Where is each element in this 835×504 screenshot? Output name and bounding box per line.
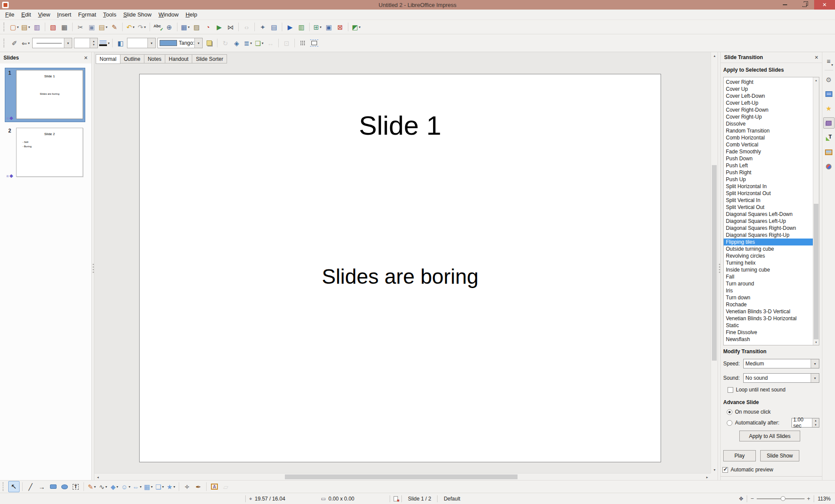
scroll-left-icon[interactable] xyxy=(94,474,101,481)
insert-line-button[interactable]: ╱ xyxy=(25,481,36,492)
fill-style-select[interactable]: ▾ xyxy=(127,38,156,48)
align-objects-dropdown-icon[interactable]: ▾ xyxy=(250,41,252,45)
points-button[interactable]: ✧ xyxy=(182,481,192,492)
basic-shapes-dropdown-icon[interactable]: ▾ xyxy=(117,485,118,489)
loop-sound-checkbox[interactable] xyxy=(728,387,733,393)
properties-button[interactable]: ⚙ xyxy=(824,74,834,85)
styles-tab-button[interactable] xyxy=(824,133,834,143)
connectors-button[interactable]: ∿▾ xyxy=(98,481,108,492)
horizontal-scrollbar[interactable] xyxy=(94,473,711,480)
slides-panel-close-icon[interactable] xyxy=(84,55,88,61)
slide-thumbnail-1[interactable]: 1 Slide 1 Slides are boring xyxy=(5,68,85,122)
block-arrows-button[interactable]: ⇔▾ xyxy=(132,481,142,492)
transition-list-scrollbar[interactable] xyxy=(813,77,819,345)
menu-view[interactable]: View xyxy=(34,10,53,20)
transition-option-push-left[interactable]: Push Left xyxy=(724,162,813,169)
transition-option-split-horizontal-in[interactable]: Split Horizontal In xyxy=(724,183,813,190)
snap-guides-button[interactable] xyxy=(308,38,320,48)
transition-option-cover-right-up[interactable]: Cover Right-Up xyxy=(724,113,813,120)
insert-table-dropdown-icon[interactable]: ▾ xyxy=(188,25,190,29)
connectors-dropdown-icon[interactable]: ▾ xyxy=(105,485,107,489)
gallery-tab-button[interactable] xyxy=(824,147,834,157)
insert-chart-button[interactable]: ◔ xyxy=(202,22,214,32)
spelling-button[interactable] xyxy=(152,22,164,32)
transition-option-cover-right[interactable]: Cover Right xyxy=(724,79,813,86)
apply-to-all-slides-button[interactable]: Apply to All Slides xyxy=(739,431,800,441)
slide-title-text[interactable]: Slide 1 xyxy=(140,110,661,141)
transition-option-push-right[interactable]: Push Right xyxy=(724,169,813,176)
callout-shapes-dropdown-icon[interactable]: ▾ xyxy=(162,485,164,489)
paste-button[interactable]: ▤▾ xyxy=(97,22,109,32)
list-scroll-up-icon[interactable] xyxy=(813,77,819,83)
view-tab-handout[interactable]: Handout xyxy=(165,54,192,63)
arrange-button[interactable]: ❏▾ xyxy=(254,38,265,48)
horizontal-scroll-thumb[interactable] xyxy=(285,474,518,479)
symbol-shapes-dropdown-icon[interactable]: ▾ xyxy=(129,485,130,489)
curves-polygons-button[interactable]: ✎▾ xyxy=(87,481,97,492)
transition-option-diagonal-squares-right-down[interactable]: Diagonal Squares Right-Down xyxy=(724,225,813,232)
insert-media-button[interactable]: ▶ xyxy=(214,22,225,32)
animation-tab-button[interactable]: ★ xyxy=(824,103,834,113)
view-tab-outline[interactable]: Outline xyxy=(120,54,144,63)
slide-layout-dropdown-icon[interactable]: ▾ xyxy=(359,25,361,29)
speed-dropdown-icon[interactable]: ▾ xyxy=(811,359,819,368)
insert-object-button[interactable]: ⋈ xyxy=(225,22,236,32)
basic-shapes-button[interactable]: ◆▾ xyxy=(109,481,120,492)
display-grid-button[interactable] xyxy=(297,38,308,48)
toolbar-grip[interactable] xyxy=(3,23,6,31)
cut-button[interactable]: ✂ xyxy=(75,22,86,32)
undo-dropdown-icon[interactable]: ▾ xyxy=(133,25,134,29)
transition-option-push-up[interactable]: Push Up xyxy=(724,176,813,183)
transition-panel-close-icon[interactable] xyxy=(815,54,818,60)
vertical-scroll-thumb[interactable] xyxy=(712,165,717,361)
minimize-button[interactable] xyxy=(775,0,795,10)
transition-option-cover-right-down[interactable]: Cover Right-Down xyxy=(724,106,813,113)
on-mouse-click-radio[interactable] xyxy=(727,409,732,415)
transition-option-comb-horizontal[interactable]: Comb Horizontal xyxy=(724,134,813,141)
menu-tools[interactable]: Tools xyxy=(100,10,120,20)
star-shapes-dropdown-icon[interactable]: ▾ xyxy=(174,485,175,489)
transformations-button[interactable]: ↻ xyxy=(220,38,231,48)
speed-select[interactable]: Medium ▾ xyxy=(743,359,819,368)
star-shapes-button[interactable]: ★▾ xyxy=(166,481,176,492)
transition-option-outside-turning-cube[interactable]: Outside turning cube xyxy=(724,245,813,252)
delete-slide-button[interactable]: ⊠ xyxy=(334,22,346,32)
automatically-after-radio[interactable] xyxy=(727,420,732,426)
play-button[interactable]: Play xyxy=(723,450,756,461)
line-width-input[interactable]: ▴▾ xyxy=(74,38,98,48)
sidebar-menu-button[interactable]: ≡▾ xyxy=(824,56,834,66)
transition-option-venetian-blinds-3-d-vertical[interactable]: Venetian Blinds 3-D Vertical xyxy=(724,308,813,315)
block-arrows-dropdown-icon[interactable]: ▾ xyxy=(140,485,141,489)
zoom-level-value[interactable]: 113% xyxy=(818,496,835,502)
transition-option-split-horizontal-out[interactable]: Split Horizontal Out xyxy=(724,190,813,197)
save-button[interactable]: ▥ xyxy=(31,22,43,32)
new-document-dropdown-icon[interactable]: ▾ xyxy=(17,25,19,29)
fill-style-select-dropdown-icon[interactable]: ▾ xyxy=(147,38,155,48)
display-views-button[interactable]: ▤ xyxy=(268,22,280,32)
edit-points-button[interactable]: ✐ xyxy=(9,38,20,48)
redo-button[interactable]: ↷▾ xyxy=(136,22,147,32)
redo-dropdown-icon[interactable]: ▾ xyxy=(144,25,146,29)
new-document-button[interactable]: ▢▾ xyxy=(9,22,20,32)
extrusion-button[interactable]: ▱ xyxy=(220,481,231,492)
list-scroll-down-icon[interactable] xyxy=(813,339,819,345)
line-color-dropdown-icon[interactable]: ▾ xyxy=(108,41,110,45)
open-button[interactable]: ▤▾ xyxy=(20,22,31,32)
duplicate-slide-button[interactable]: ▣ xyxy=(323,22,334,32)
slide-thumbnail-2[interactable]: 2 Slide 2 Still Boring xyxy=(5,126,85,179)
view-tab-normal[interactable]: Normal xyxy=(96,54,120,64)
fill-area-button[interactable]: ◧ xyxy=(115,38,126,48)
transition-option-venetian-blinds-3-d-horizontal[interactable]: Venetian Blinds 3-D Horizontal xyxy=(724,315,813,322)
line-color-button[interactable]: ▾ xyxy=(99,38,110,48)
scroll-right-icon[interactable] xyxy=(704,474,711,481)
insert-table-button[interactable]: ▦▾ xyxy=(180,22,191,32)
line-ends-style-button[interactable]: ⇐▾ xyxy=(20,38,31,48)
list-scroll-thumb[interactable] xyxy=(814,204,818,339)
clone-formatting-button[interactable]: ✎ xyxy=(109,22,120,32)
fit-slide-icon[interactable]: ✥ xyxy=(739,496,743,502)
copy-button[interactable]: ▣ xyxy=(86,22,97,32)
arrange-dropdown-icon[interactable]: ▾ xyxy=(262,41,264,45)
transition-option-revolving-circles[interactable]: Revolving circles xyxy=(724,252,813,259)
insert-textbox-button[interactable] xyxy=(70,481,81,492)
zoom-in-icon[interactable]: + xyxy=(807,495,811,502)
